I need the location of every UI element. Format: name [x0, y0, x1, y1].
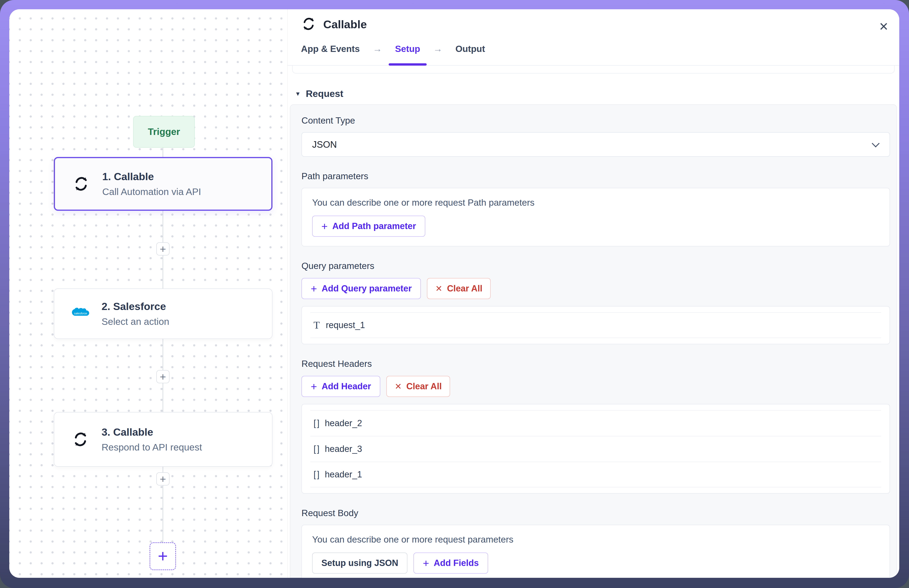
add-query-parameter-button[interactable]: + Add Query parameter	[302, 278, 421, 299]
array-type-icon: [ ]	[313, 470, 319, 480]
add-step-button-2[interactable]: +	[156, 370, 170, 383]
chevron-down-icon	[872, 140, 880, 147]
panel-header: Callable App & Events → Setup → Output ✕	[287, 9, 899, 66]
header-name: header_2	[325, 418, 362, 428]
close-icon[interactable]: ✕	[879, 21, 889, 32]
request-headers-label: Request Headers	[302, 359, 890, 369]
text-type-icon: T	[313, 319, 320, 331]
arrow-right-icon: →	[373, 44, 382, 54]
salesforce-logo: salesforce	[71, 305, 90, 322]
setup-using-json-button[interactable]: Setup using JSON	[312, 552, 407, 573]
clear-all-headers-button[interactable]: ✕ Clear All	[386, 376, 450, 397]
query-parameters-list: T request_1	[302, 306, 890, 344]
node-text: 3. Callable Respond to API request	[102, 426, 202, 453]
caret-down-icon: ▼	[295, 90, 301, 97]
add-header-button[interactable]: + Add Header	[302, 376, 380, 397]
add-step-button-1[interactable]: +	[156, 242, 170, 255]
add-step-button-3[interactable]: +	[156, 472, 170, 486]
request-body-label: Request Body	[302, 508, 890, 518]
query-parameter-name: request_1	[326, 320, 365, 330]
content-type-value: JSON	[312, 139, 337, 150]
request-section-body: Content Type JSON Path parameters You ca…	[290, 104, 897, 578]
workflow-node-callable-3[interactable]: 3. Callable Respond to API request	[54, 412, 273, 467]
arrow-right-icon: →	[433, 44, 442, 54]
workflow-node-callable-1[interactable]: 1. Callable Call Automation via API	[54, 157, 273, 211]
path-parameters-hint: You can describe one or more request Pat…	[312, 197, 879, 208]
header-name: header_3	[325, 444, 362, 454]
header-row[interactable]: [ ] header_2	[310, 410, 881, 436]
workflow-node-salesforce[interactable]: salesforce 2. Salesforce Select an actio…	[54, 288, 273, 339]
array-type-icon: [ ]	[313, 418, 319, 428]
path-parameters-card: You can describe one or more request Pat…	[302, 188, 890, 247]
node-subtitle: Call Automation via API	[102, 186, 201, 197]
query-parameters-label: Query parameters	[302, 261, 890, 271]
trigger-node[interactable]: Trigger	[133, 116, 195, 148]
header-name: header_1	[325, 470, 362, 480]
header-row[interactable]: [ ] header_1	[310, 462, 881, 487]
content-type-select[interactable]: JSON	[302, 132, 890, 157]
app-stage: Trigger 1. Callable Call Automation via …	[0, 0, 909, 588]
request-section-header[interactable]: ▼ Request	[295, 88, 899, 99]
salesforce-logo-text: salesforce	[74, 312, 87, 315]
tab-app-and-events[interactable]: App & Events	[301, 44, 360, 54]
request-body-hint: You can describe one or more request par…	[312, 535, 879, 544]
path-parameters-label: Path parameters	[302, 171, 890, 181]
add-fields-button[interactable]: + Add Fields	[413, 552, 488, 573]
request-headers-actions: + Add Header ✕ Clear All	[302, 376, 890, 397]
node-text: 2. Salesforce Select an action	[102, 300, 169, 327]
header-row[interactable]: [ ] header_3	[310, 436, 881, 462]
node-text: 1. Callable Call Automation via API	[102, 171, 201, 197]
node-subtitle: Respond to API request	[102, 442, 202, 453]
tab-output[interactable]: Output	[455, 44, 485, 54]
config-panel: Callable App & Events → Setup → Output ✕…	[287, 9, 899, 578]
node-subtitle: Select an action	[102, 316, 169, 327]
content-type-label: Content Type	[302, 115, 890, 126]
tab-setup[interactable]: Setup	[395, 44, 420, 54]
sync-icon	[71, 431, 90, 448]
trigger-label: Trigger	[148, 126, 180, 137]
request-section-title: Request	[306, 88, 344, 99]
node-title: 2. Salesforce	[102, 300, 169, 313]
clear-all-query-parameters-button[interactable]: ✕ Clear All	[427, 278, 491, 299]
add-path-parameter-button[interactable]: + Add Path parameter	[312, 216, 425, 237]
workflow-canvas: Trigger 1. Callable Call Automation via …	[9, 9, 287, 578]
add-final-step-button[interactable]: +	[150, 542, 176, 570]
request-body-card: You can describe one or more request par…	[302, 525, 890, 578]
sync-icon	[301, 16, 316, 32]
query-parameter-row[interactable]: T request_1	[310, 312, 881, 338]
wizard-tabs: App & Events → Setup → Output	[301, 44, 899, 65]
app-window: Trigger 1. Callable Call Automation via …	[9, 9, 899, 578]
node-title: 3. Callable	[102, 426, 202, 438]
request-headers-list: [ ] header_2 [ ] header_3 [ ] header_1	[302, 404, 890, 494]
query-parameters-actions: + Add Query parameter ✕ Clear All	[302, 278, 890, 299]
sync-icon	[71, 175, 91, 192]
array-type-icon: [ ]	[313, 444, 319, 454]
page-title: Callable	[323, 18, 367, 31]
node-title: 1. Callable	[102, 171, 201, 183]
scrolled-card-remnant	[292, 66, 894, 73]
panel-title-row: Callable	[301, 16, 899, 32]
